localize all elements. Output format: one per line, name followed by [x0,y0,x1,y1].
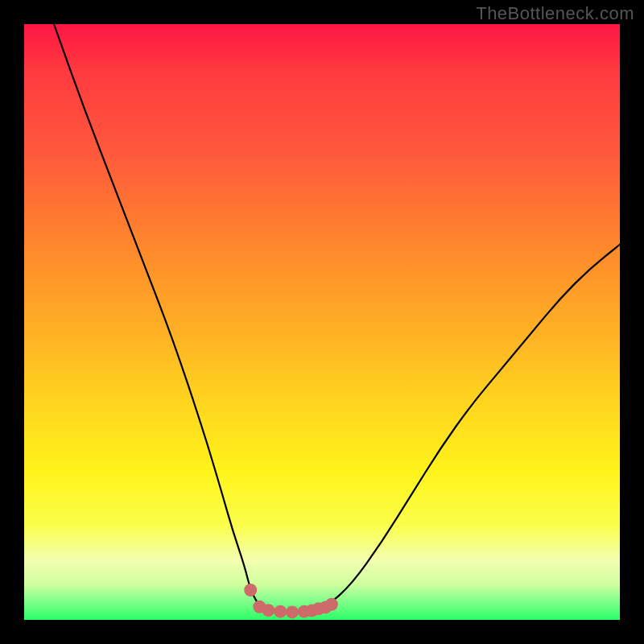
trough-markers [244,584,338,618]
trough-marker [274,605,287,618]
curve-overlay [24,24,620,620]
trough-marker [286,605,299,618]
v-curve-line [54,24,620,612]
trough-marker [325,598,338,611]
chart-frame: TheBottleneck.com [0,0,644,644]
trough-marker [262,604,275,617]
watermark-label: TheBottleneck.com [476,3,634,24]
trough-marker [244,584,257,597]
